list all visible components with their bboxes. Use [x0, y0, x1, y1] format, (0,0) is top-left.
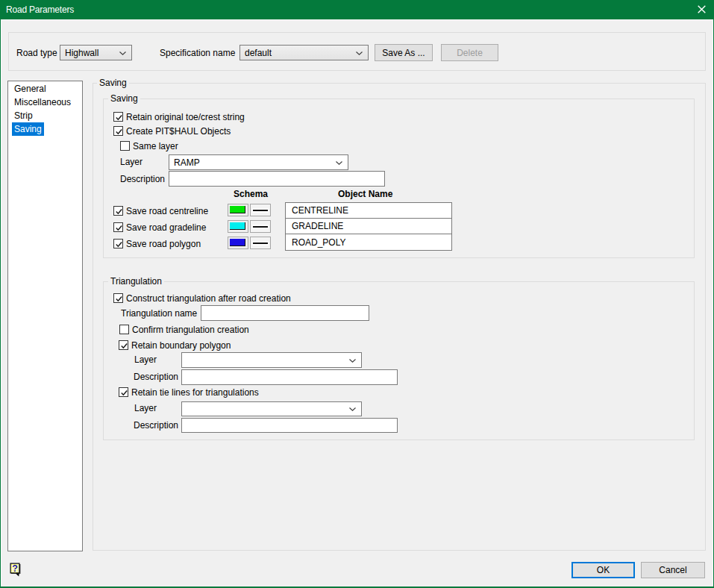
svg-text:?: ?	[12, 563, 18, 574]
